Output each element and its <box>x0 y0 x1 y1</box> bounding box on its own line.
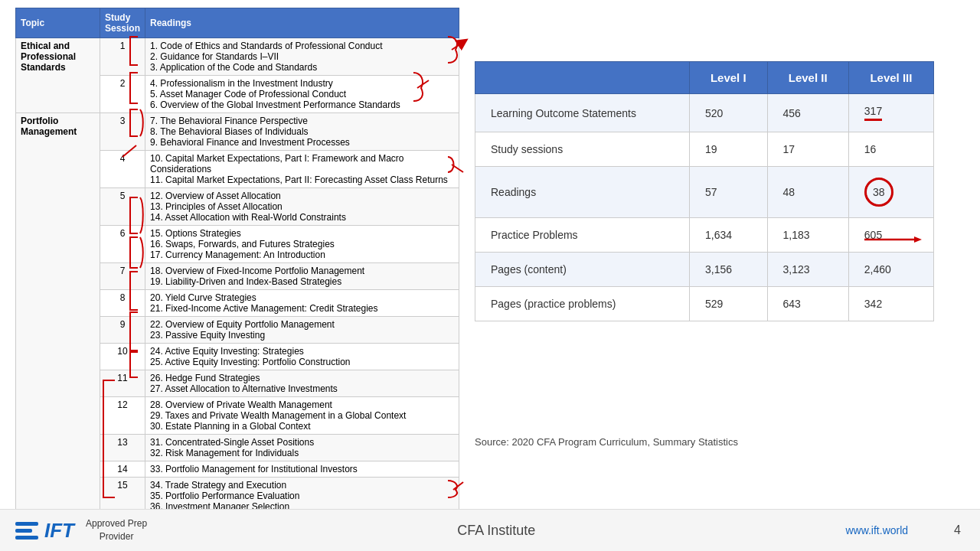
label-pages-practice: Pages (practice problems) <box>475 287 690 321</box>
val-los-l1: 520 <box>690 94 768 132</box>
session-14: 14 <box>100 461 145 478</box>
session-1: 1 <box>100 38 145 76</box>
readings-12: 28. Overview of Private Wealth Managemen… <box>145 397 459 435</box>
col-empty <box>475 62 690 94</box>
session-8: 8 <box>100 290 145 317</box>
val-pages-content-l3: 2,460 <box>848 253 933 287</box>
label-practice: Practice Problems <box>475 218 690 253</box>
table-row: Ethical and Professional Standards 1 1. … <box>16 38 459 76</box>
approved-provider-text: Approved PrepProvider <box>86 517 147 543</box>
val-pages-content-l1: 3,156 <box>690 253 768 287</box>
readings-4: 10. Capital Market Expectations, Part I:… <box>145 151 459 188</box>
val-los-l3: 317 <box>848 94 933 132</box>
label-readings: Readings <box>475 167 690 218</box>
ift-logo-line-1 <box>15 522 38 526</box>
col-topic: Topic <box>16 8 100 38</box>
topic-portfolio: Portfolio Management <box>16 113 100 542</box>
svg-marker-1 <box>914 236 922 243</box>
readings-6: 15. Options Strategies 16. Swaps, Forwar… <box>145 226 459 263</box>
readings-l3-circled: 38 <box>864 178 893 207</box>
readings-8: 20. Yield Curve Strategies 21. Fixed-Inc… <box>145 290 459 317</box>
val-readings-l2: 48 <box>767 167 848 218</box>
session-6: 6 <box>100 226 145 263</box>
ift-logo: IFT <box>15 519 74 543</box>
readings-10: 24. Active Equity Investing: Strategies … <box>145 344 459 370</box>
cfa-institute-label: CFA Institute <box>147 523 845 539</box>
ift-logo-line-3 <box>15 536 38 540</box>
source-citation: Source: 2020 CFA Program Curriculum, Sum… <box>475 436 738 448</box>
readings-7: 18. Overview of Fixed-Income Portfolio M… <box>145 263 459 290</box>
label-los: Learning Outcome Statements <box>475 94 690 132</box>
row-sessions: Study sessions 19 17 16 <box>475 132 934 167</box>
session-13: 13 <box>100 435 145 461</box>
session-7: 7 <box>100 263 145 290</box>
readings-3: 7. The Behavioral Finance Perspective 8.… <box>145 113 459 151</box>
val-practice-l3-value: 605 <box>864 229 882 241</box>
val-readings-l3: 38 <box>848 167 933 218</box>
col-level1: Level I <box>690 62 768 94</box>
session-10: 10 <box>100 344 145 370</box>
row-pages-content: Pages (content) 3,156 3,123 2,460 <box>475 253 934 287</box>
readings-9: 22. Overview of Equity Portfolio Managem… <box>145 317 459 344</box>
col-level2: Level II <box>767 62 848 94</box>
col-readings: Readings <box>145 8 459 38</box>
session-5: 5 <box>100 188 145 226</box>
session-11: 11 <box>100 370 145 397</box>
col-session: StudySession <box>100 8 145 38</box>
row-practice: Practice Problems 1,634 1,183 605 <box>475 218 934 253</box>
session-12: 12 <box>100 397 145 435</box>
session-4: 4 <box>100 151 145 188</box>
stats-section: Level I Level II Level III Learning Outc… <box>475 61 949 321</box>
session-3: 3 <box>100 113 145 151</box>
col-level3: Level III <box>848 62 933 94</box>
topic-ethics: Ethical and Professional Standards <box>16 38 100 113</box>
val-pages-practice-l3: 342 <box>848 287 933 321</box>
ift-logo-line-2 <box>15 529 32 533</box>
stats-table: Level I Level II Level III Learning Outc… <box>475 61 934 321</box>
val-sessions-l2: 17 <box>767 132 848 167</box>
readings-14: 33. Portfolio Management for Institution… <box>145 461 459 478</box>
footer-bar: IFT Approved PrepProvider CFA Institute … <box>0 509 980 551</box>
session-9: 9 <box>100 317 145 344</box>
readings-5: 12. Overview of Asset Allocation 13. Pri… <box>145 188 459 226</box>
val-practice-l1: 1,634 <box>690 218 768 253</box>
session-2: 2 <box>100 76 145 113</box>
ift-brand-text: IFT <box>44 519 74 543</box>
val-readings-l1: 57 <box>690 167 768 218</box>
website-link: www.ift.world <box>845 524 908 536</box>
page-number: 4 <box>954 523 961 537</box>
val-los-l2: 456 <box>767 94 848 132</box>
row-readings: Readings 57 48 38 <box>475 167 934 218</box>
val-sessions-l1: 19 <box>690 132 768 167</box>
table-row: Portfolio Management 3 7. The Behavioral… <box>16 113 459 151</box>
val-pages-practice-l1: 529 <box>690 287 768 321</box>
label-pages-content: Pages (content) <box>475 253 690 287</box>
left-table-section: Topic StudySession Readings Ethical and … <box>15 8 459 513</box>
readings-2: 4. Professionalism in the Investment Ind… <box>145 76 459 113</box>
readings-1: 1. Code of Ethics and Standards of Profe… <box>145 38 459 76</box>
val-practice-l2: 1,183 <box>767 218 848 253</box>
val-pages-practice-l2: 643 <box>767 287 848 321</box>
label-sessions: Study sessions <box>475 132 690 167</box>
ift-logo-lines <box>15 522 38 540</box>
row-pages-practice: Pages (practice problems) 529 643 342 <box>475 287 934 321</box>
readings-11: 26. Hedge Fund Strategies 27. Asset Allo… <box>145 370 459 397</box>
curriculum-table: Topic StudySession Readings Ethical and … <box>15 8 459 542</box>
val-sessions-l3: 16 <box>848 132 933 167</box>
los-l3-underlined: 317 <box>864 105 882 121</box>
val-pages-content-l2: 3,123 <box>767 253 848 287</box>
readings-13: 31. Concentrated-Single Asset Positions … <box>145 435 459 461</box>
row-los: Learning Outcome Statements 520 456 317 <box>475 94 934 132</box>
val-practice-l3: 605 <box>848 218 933 253</box>
